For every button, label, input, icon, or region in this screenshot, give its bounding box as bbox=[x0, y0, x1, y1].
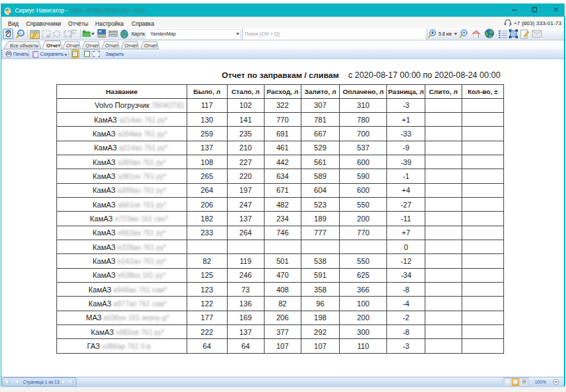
svg-text:Все объекты: Все объекты bbox=[10, 42, 38, 47]
svg-text:Отчет: Отчет bbox=[105, 42, 119, 47]
svg-text:Отчет: Отчет bbox=[125, 42, 139, 47]
svg-text:Отчет: Отчет bbox=[86, 42, 100, 47]
svg-text:Отчет: Отчет bbox=[66, 42, 80, 47]
svg-text:Отчет: Отчет bbox=[144, 42, 158, 47]
svg-text:Отчет: Отчет bbox=[46, 42, 61, 47]
